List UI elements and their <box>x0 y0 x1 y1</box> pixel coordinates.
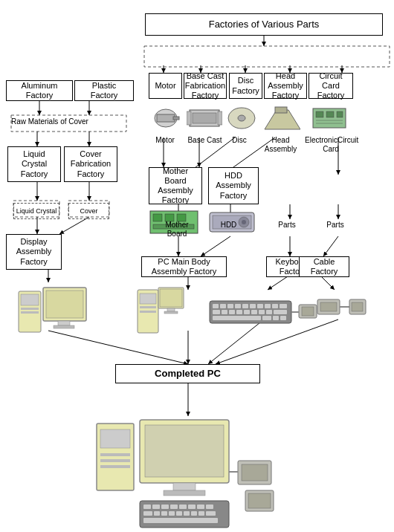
svg-rect-139 <box>198 511 204 516</box>
svg-rect-87 <box>242 304 248 308</box>
svg-rect-67 <box>21 294 39 305</box>
svg-line-29 <box>201 236 230 256</box>
svg-rect-113 <box>352 302 363 311</box>
disc-factory-box: Disc Factory <box>229 73 262 99</box>
svg-rect-92 <box>280 304 287 308</box>
svg-line-33 <box>268 275 290 290</box>
liquid-crystal-factory-label: Liquid Crystal Factory <box>11 149 57 179</box>
liquid-crystal-dashed-box: Liquid Crystal <box>13 203 59 219</box>
svg-rect-115 <box>100 429 130 448</box>
head-assembly-icon-area <box>260 104 301 135</box>
svg-rect-85 <box>227 304 233 308</box>
svg-rect-73 <box>54 325 74 328</box>
svg-rect-133 <box>154 511 160 516</box>
svg-rect-118 <box>100 465 130 468</box>
svg-rect-135 <box>169 511 175 516</box>
svg-rect-89 <box>257 304 263 308</box>
svg-rect-93 <box>213 310 220 314</box>
cable-factory-label: Cable Factory <box>303 257 346 276</box>
svg-line-34 <box>320 275 335 290</box>
svg-rect-124 <box>143 505 151 509</box>
display-illustration <box>15 284 89 341</box>
cable-illustration <box>316 293 368 328</box>
head-assembly-label: Head Assembly Factory <box>268 71 303 101</box>
svg-rect-96 <box>236 310 242 314</box>
diagram: Factories of Various Parts Aluminum Fact… <box>0 0 394 532</box>
svg-rect-122 <box>164 490 205 496</box>
mother-board-assembly-label: Mother Board Assembly Factory <box>152 166 198 206</box>
mother-board-assembly-box: Mother Board Assembly Factory <box>149 167 202 204</box>
motor-icon-area <box>149 104 182 135</box>
svg-rect-54 <box>337 111 343 117</box>
svg-rect-127 <box>170 505 178 509</box>
svg-rect-84 <box>220 304 226 308</box>
svg-rect-71 <box>46 291 83 318</box>
svg-rect-98 <box>251 310 257 314</box>
head-assembly-part-label: Head Assembly <box>256 136 305 154</box>
svg-rect-95 <box>229 310 235 314</box>
svg-rect-117 <box>100 459 130 462</box>
base-cast-factory-box: Base Cast Fabrication Factory <box>184 73 227 99</box>
svg-rect-107 <box>302 307 314 316</box>
svg-rect-99 <box>259 310 265 314</box>
svg-rect-88 <box>250 304 256 308</box>
svg-rect-75 <box>140 293 156 304</box>
pc-tower-illustration <box>130 286 186 341</box>
svg-rect-137 <box>184 511 190 516</box>
svg-rect-42 <box>173 117 179 120</box>
circuit-card-factory-box: Circuit Card Factory <box>309 73 353 99</box>
svg-rect-83 <box>213 304 219 308</box>
svg-rect-104 <box>273 316 279 320</box>
svg-rect-146 <box>248 493 271 508</box>
title-text: Factories of Various Parts <box>209 19 320 30</box>
svg-rect-81 <box>164 311 178 314</box>
title-box: Factories of Various Parts <box>145 13 383 36</box>
svg-rect-131 <box>206 505 213 509</box>
svg-rect-121 <box>173 483 196 490</box>
head-assembly-factory-box: Head Assembly Factory <box>264 73 307 99</box>
completed-pc-label: Completed PC <box>155 368 221 380</box>
keyboard-illustration <box>208 293 320 328</box>
svg-rect-138 <box>191 511 197 516</box>
aluminum-factory-box: Aluminum Factory <box>6 80 73 101</box>
svg-line-32 <box>323 236 338 256</box>
svg-rect-91 <box>272 304 278 308</box>
plastic-factory-box: Plastic Factory <box>74 80 134 101</box>
svg-point-48 <box>238 115 245 121</box>
svg-rect-116 <box>100 453 130 456</box>
svg-rect-97 <box>244 310 250 314</box>
base-cast-label: Base Cast Fabrication Factory <box>185 71 225 101</box>
svg-line-26 <box>59 217 89 234</box>
hdd-part-label: HDD <box>208 221 249 230</box>
motor-factory-box: Motor <box>149 73 182 99</box>
svg-rect-120 <box>145 425 224 477</box>
completed-pc-box: Completed PC <box>115 364 260 383</box>
final-pc-illustration <box>89 416 305 532</box>
raw-materials-label: Raw Materials of Cover <box>11 117 88 126</box>
disc-part-label: Disc <box>225 136 254 145</box>
motor-factory-label: Motor <box>155 81 175 91</box>
svg-rect-141 <box>143 518 218 523</box>
plastic-label: Plastic Factory <box>78 81 130 100</box>
base-cast-part-label: Base Cast <box>184 136 225 145</box>
svg-rect-52 <box>316 111 323 117</box>
electronic-circuit-card-label: ElectronicCircuit Card <box>305 136 357 154</box>
svg-rect-80 <box>167 308 175 311</box>
svg-rect-69 <box>21 311 39 314</box>
svg-rect-53 <box>326 111 334 117</box>
cable-factory-box: Cable Factory <box>299 256 349 277</box>
svg-rect-129 <box>188 505 196 509</box>
base-cast-icon-area <box>186 104 223 135</box>
liquid-crystal-factory-box: Liquid Crystal Factory <box>7 146 61 182</box>
svg-rect-126 <box>161 505 169 509</box>
svg-rect-100 <box>266 310 272 314</box>
svg-rect-94 <box>222 310 227 314</box>
svg-rect-46 <box>218 111 222 125</box>
svg-rect-76 <box>140 306 156 308</box>
parts2-label: Parts <box>320 221 351 230</box>
svg-rect-86 <box>235 304 241 308</box>
svg-rect-136 <box>176 511 182 516</box>
svg-rect-130 <box>197 505 204 509</box>
svg-rect-68 <box>21 308 39 310</box>
motor-part-label: Motor <box>147 136 183 145</box>
